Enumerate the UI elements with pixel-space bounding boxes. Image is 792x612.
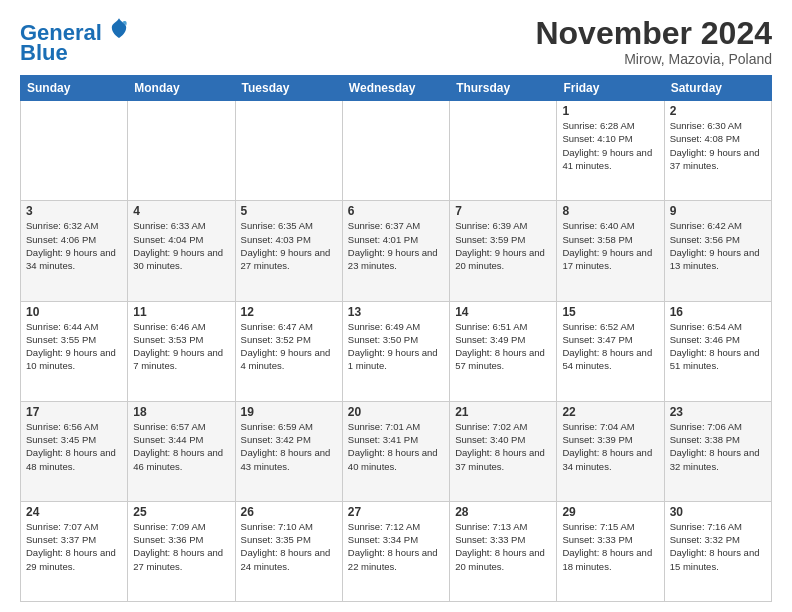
day-number: 16 (670, 305, 766, 319)
calendar-day-cell: 24Sunrise: 7:07 AM Sunset: 3:37 PM Dayli… (21, 501, 128, 601)
day-number: 14 (455, 305, 551, 319)
calendar-day-cell (128, 101, 235, 201)
calendar-day-cell: 23Sunrise: 7:06 AM Sunset: 3:38 PM Dayli… (664, 401, 771, 501)
calendar-day-cell (450, 101, 557, 201)
month-title: November 2024 (535, 16, 772, 51)
day-info: Sunrise: 7:06 AM Sunset: 3:38 PM Dayligh… (670, 421, 760, 472)
day-number: 28 (455, 505, 551, 519)
day-number: 19 (241, 405, 337, 419)
day-number: 3 (26, 204, 122, 218)
calendar-day-cell: 9Sunrise: 6:42 AM Sunset: 3:56 PM Daylig… (664, 201, 771, 301)
calendar-day-cell: 10Sunrise: 6:44 AM Sunset: 3:55 PM Dayli… (21, 301, 128, 401)
calendar-day-cell: 28Sunrise: 7:13 AM Sunset: 3:33 PM Dayli… (450, 501, 557, 601)
day-number: 20 (348, 405, 444, 419)
calendar-day-cell: 4Sunrise: 6:33 AM Sunset: 4:04 PM Daylig… (128, 201, 235, 301)
calendar-day-cell: 6Sunrise: 6:37 AM Sunset: 4:01 PM Daylig… (342, 201, 449, 301)
calendar-day-header: Tuesday (235, 76, 342, 101)
day-info: Sunrise: 7:15 AM Sunset: 3:33 PM Dayligh… (562, 521, 652, 572)
calendar-day-cell: 12Sunrise: 6:47 AM Sunset: 3:52 PM Dayli… (235, 301, 342, 401)
calendar-day-cell (342, 101, 449, 201)
calendar-day-header: Sunday (21, 76, 128, 101)
calendar-day-cell: 20Sunrise: 7:01 AM Sunset: 3:41 PM Dayli… (342, 401, 449, 501)
calendar-day-cell: 22Sunrise: 7:04 AM Sunset: 3:39 PM Dayli… (557, 401, 664, 501)
day-info: Sunrise: 6:40 AM Sunset: 3:58 PM Dayligh… (562, 220, 652, 271)
day-info: Sunrise: 6:42 AM Sunset: 3:56 PM Dayligh… (670, 220, 760, 271)
calendar-week-row: 17Sunrise: 6:56 AM Sunset: 3:45 PM Dayli… (21, 401, 772, 501)
day-info: Sunrise: 7:13 AM Sunset: 3:33 PM Dayligh… (455, 521, 545, 572)
calendar-day-cell: 11Sunrise: 6:46 AM Sunset: 3:53 PM Dayli… (128, 301, 235, 401)
day-number: 10 (26, 305, 122, 319)
day-number: 23 (670, 405, 766, 419)
day-number: 21 (455, 405, 551, 419)
day-info: Sunrise: 6:32 AM Sunset: 4:06 PM Dayligh… (26, 220, 116, 271)
calendar-day-cell: 17Sunrise: 6:56 AM Sunset: 3:45 PM Dayli… (21, 401, 128, 501)
calendar-day-cell: 26Sunrise: 7:10 AM Sunset: 3:35 PM Dayli… (235, 501, 342, 601)
calendar-week-row: 3Sunrise: 6:32 AM Sunset: 4:06 PM Daylig… (21, 201, 772, 301)
day-number: 22 (562, 405, 658, 419)
day-info: Sunrise: 6:51 AM Sunset: 3:49 PM Dayligh… (455, 321, 545, 372)
calendar-day-header: Friday (557, 76, 664, 101)
day-info: Sunrise: 7:02 AM Sunset: 3:40 PM Dayligh… (455, 421, 545, 472)
calendar-day-cell: 18Sunrise: 6:57 AM Sunset: 3:44 PM Dayli… (128, 401, 235, 501)
day-info: Sunrise: 6:28 AM Sunset: 4:10 PM Dayligh… (562, 120, 652, 171)
calendar-table: SundayMondayTuesdayWednesdayThursdayFrid… (20, 75, 772, 602)
calendar-day-cell: 7Sunrise: 6:39 AM Sunset: 3:59 PM Daylig… (450, 201, 557, 301)
calendar-day-cell (21, 101, 128, 201)
calendar-day-cell: 21Sunrise: 7:02 AM Sunset: 3:40 PM Dayli… (450, 401, 557, 501)
calendar-day-cell: 13Sunrise: 6:49 AM Sunset: 3:50 PM Dayli… (342, 301, 449, 401)
calendar-day-header: Wednesday (342, 76, 449, 101)
calendar-day-cell: 19Sunrise: 6:59 AM Sunset: 3:42 PM Dayli… (235, 401, 342, 501)
day-number: 5 (241, 204, 337, 218)
calendar-day-cell (235, 101, 342, 201)
day-info: Sunrise: 6:59 AM Sunset: 3:42 PM Dayligh… (241, 421, 331, 472)
day-info: Sunrise: 6:30 AM Sunset: 4:08 PM Dayligh… (670, 120, 760, 171)
day-info: Sunrise: 6:35 AM Sunset: 4:03 PM Dayligh… (241, 220, 331, 271)
calendar-day-cell: 29Sunrise: 7:15 AM Sunset: 3:33 PM Dayli… (557, 501, 664, 601)
day-number: 17 (26, 405, 122, 419)
header: General Blue November 2024 Mirow, Mazovi… (20, 16, 772, 67)
page: General Blue November 2024 Mirow, Mazovi… (0, 0, 792, 612)
calendar-header-row: SundayMondayTuesdayWednesdayThursdayFrid… (21, 76, 772, 101)
day-number: 11 (133, 305, 229, 319)
day-info: Sunrise: 7:12 AM Sunset: 3:34 PM Dayligh… (348, 521, 438, 572)
day-info: Sunrise: 6:57 AM Sunset: 3:44 PM Dayligh… (133, 421, 223, 472)
calendar-day-header: Saturday (664, 76, 771, 101)
day-number: 13 (348, 305, 444, 319)
day-info: Sunrise: 6:52 AM Sunset: 3:47 PM Dayligh… (562, 321, 652, 372)
calendar-day-cell: 3Sunrise: 6:32 AM Sunset: 4:06 PM Daylig… (21, 201, 128, 301)
day-info: Sunrise: 7:04 AM Sunset: 3:39 PM Dayligh… (562, 421, 652, 472)
day-info: Sunrise: 6:47 AM Sunset: 3:52 PM Dayligh… (241, 321, 331, 372)
logo-bird-icon (110, 18, 128, 40)
calendar-day-cell: 15Sunrise: 6:52 AM Sunset: 3:47 PM Dayli… (557, 301, 664, 401)
day-number: 18 (133, 405, 229, 419)
day-number: 25 (133, 505, 229, 519)
calendar-day-header: Thursday (450, 76, 557, 101)
day-number: 29 (562, 505, 658, 519)
day-number: 1 (562, 104, 658, 118)
calendar-day-cell: 14Sunrise: 6:51 AM Sunset: 3:49 PM Dayli… (450, 301, 557, 401)
day-info: Sunrise: 6:39 AM Sunset: 3:59 PM Dayligh… (455, 220, 545, 271)
day-info: Sunrise: 7:09 AM Sunset: 3:36 PM Dayligh… (133, 521, 223, 572)
location-subtitle: Mirow, Mazovia, Poland (535, 51, 772, 67)
day-number: 9 (670, 204, 766, 218)
day-info: Sunrise: 7:16 AM Sunset: 3:32 PM Dayligh… (670, 521, 760, 572)
day-info: Sunrise: 7:10 AM Sunset: 3:35 PM Dayligh… (241, 521, 331, 572)
day-info: Sunrise: 6:33 AM Sunset: 4:04 PM Dayligh… (133, 220, 223, 271)
calendar-day-cell: 5Sunrise: 6:35 AM Sunset: 4:03 PM Daylig… (235, 201, 342, 301)
day-number: 8 (562, 204, 658, 218)
calendar-week-row: 10Sunrise: 6:44 AM Sunset: 3:55 PM Dayli… (21, 301, 772, 401)
calendar-day-cell: 16Sunrise: 6:54 AM Sunset: 3:46 PM Dayli… (664, 301, 771, 401)
day-info: Sunrise: 7:01 AM Sunset: 3:41 PM Dayligh… (348, 421, 438, 472)
calendar-day-cell: 1Sunrise: 6:28 AM Sunset: 4:10 PM Daylig… (557, 101, 664, 201)
calendar-day-cell: 25Sunrise: 7:09 AM Sunset: 3:36 PM Dayli… (128, 501, 235, 601)
calendar-day-cell: 30Sunrise: 7:16 AM Sunset: 3:32 PM Dayli… (664, 501, 771, 601)
day-number: 6 (348, 204, 444, 218)
calendar-week-row: 1Sunrise: 6:28 AM Sunset: 4:10 PM Daylig… (21, 101, 772, 201)
calendar-day-cell: 2Sunrise: 6:30 AM Sunset: 4:08 PM Daylig… (664, 101, 771, 201)
day-number: 26 (241, 505, 337, 519)
day-info: Sunrise: 6:56 AM Sunset: 3:45 PM Dayligh… (26, 421, 116, 472)
day-number: 12 (241, 305, 337, 319)
day-number: 7 (455, 204, 551, 218)
calendar-day-header: Monday (128, 76, 235, 101)
day-info: Sunrise: 7:07 AM Sunset: 3:37 PM Dayligh… (26, 521, 116, 572)
